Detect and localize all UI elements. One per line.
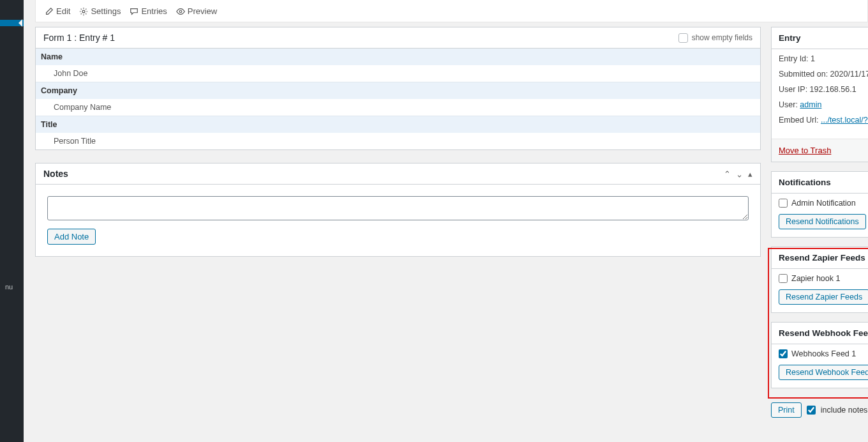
- svg-point-0: [82, 10, 85, 13]
- toolbar-edit[interactable]: Edit: [45, 6, 70, 16]
- notifications-heading: Notifications: [772, 172, 868, 194]
- resend-webhook-heading: Resend Webhook Feeds: [772, 323, 868, 344]
- include-notes-checkbox[interactable]: [807, 406, 816, 415]
- entry-user-ip: User IP: 192.168.56.1: [779, 85, 868, 94]
- toolbar-entries[interactable]: Entries: [130, 6, 167, 16]
- resend-webhook-box: Resend Webhook Feeds Webhooks Feed 1 Res…: [771, 322, 868, 388]
- entry-submitted: Submitted on: 2020/11/17 at 2:3: [779, 70, 868, 79]
- field-label: Company: [36, 82, 760, 100]
- sidebar-collapse-label[interactable]: nu: [0, 283, 21, 291]
- note-input[interactable]: [47, 196, 749, 220]
- webhook-feed-label: Webhooks Feed 1: [791, 349, 856, 358]
- field-value: Person Title: [36, 133, 760, 149]
- zapier-feed-label: Zapier hook 1: [791, 274, 840, 283]
- notes-heading: Notes: [43, 169, 68, 179]
- entry-user-label: User:: [779, 100, 800, 109]
- zapier-feed-item[interactable]: Zapier hook 1: [779, 274, 868, 283]
- resend-zapier-button[interactable]: Resend Zapier Feeds: [779, 289, 868, 305]
- toolbar-settings[interactable]: Settings: [79, 6, 121, 16]
- triangle-up-icon[interactable]: ▴: [748, 169, 752, 179]
- show-empty-label: show empty fields: [692, 33, 752, 42]
- edit-icon: [45, 6, 54, 16]
- entry-embed: Embed Url: .../test.local/?...: [779, 116, 868, 125]
- entry-embed-link[interactable]: .../test.local/?...: [821, 116, 868, 125]
- resend-zapier-box: Resend Zapier Feeds Zapier hook 1 Resend…: [771, 247, 868, 313]
- entry-id: Entry Id: 1: [779, 54, 868, 63]
- toolbar-settings-label: Settings: [91, 6, 121, 16]
- show-empty-fields-toggle[interactable]: show empty fields: [678, 33, 752, 43]
- eye-icon: [176, 6, 185, 16]
- entry-meta-heading: Entry: [772, 27, 868, 49]
- toolbar-entries-label: Entries: [141, 6, 167, 16]
- show-empty-checkbox[interactable]: [678, 33, 688, 43]
- entry-user-link[interactable]: admin: [800, 100, 821, 109]
- notification-checkbox[interactable]: [779, 199, 788, 208]
- add-note-button[interactable]: Add Note: [47, 229, 96, 245]
- gear-icon: [79, 6, 88, 16]
- field-label: Title: [36, 116, 760, 133]
- field-label: Name: [36, 49, 760, 65]
- toolbar-edit-label: Edit: [56, 6, 70, 16]
- form-toolbar: Edit Settings Entries Preview: [35, 0, 868, 22]
- entry-meta-box: Entry Entry Id: 1 Submitted on: 2020/11/…: [771, 27, 868, 162]
- toolbar-preview-label: Preview: [188, 6, 217, 16]
- move-to-trash-link[interactable]: Move to Trash: [779, 146, 831, 155]
- resend-zapier-heading: Resend Zapier Feeds: [772, 247, 868, 269]
- entry-details-box: Form 1 : Entry # 1 show empty fields Nam…: [35, 27, 761, 150]
- entry-user: User: admin: [779, 100, 868, 109]
- print-button[interactable]: Print: [771, 402, 802, 418]
- field-value: Company Name: [36, 99, 760, 116]
- admin-sidebar: nu: [0, 0, 24, 442]
- chevron-down-icon[interactable]: ⌃: [736, 169, 743, 179]
- chevron-up-icon[interactable]: ⌃: [724, 169, 731, 179]
- include-notes-label: include notes: [821, 406, 868, 415]
- svg-point-1: [179, 10, 182, 13]
- entry-details-title: Form 1 : Entry # 1: [43, 33, 115, 43]
- entry-embed-label: Embed Url:: [779, 116, 821, 125]
- webhook-feed-checkbox[interactable]: [779, 349, 788, 358]
- resend-webhook-button[interactable]: Resend Webhook Feeds: [779, 365, 868, 380]
- sidebar-active-arrow: [19, 19, 22, 27]
- zapier-feed-checkbox[interactable]: [779, 274, 788, 283]
- webhook-feed-item[interactable]: Webhooks Feed 1: [779, 349, 868, 358]
- notifications-box: Notifications Admin Notification Resend …: [771, 171, 868, 238]
- field-value: John Doe: [36, 65, 760, 82]
- resend-notifications-button[interactable]: Resend Notifications: [779, 214, 866, 229]
- print-row: Print include notes: [771, 402, 867, 418]
- entry-fields-table: Name John Doe Company Company Name Title…: [36, 49, 760, 149]
- comment-icon: [130, 6, 138, 16]
- toolbar-preview[interactable]: Preview: [176, 6, 217, 16]
- notification-item[interactable]: Admin Notification: [779, 199, 868, 208]
- notification-item-label: Admin Notification: [791, 199, 856, 208]
- notes-box: Notes ⌃ ⌃ ▴ Add Note: [35, 163, 761, 257]
